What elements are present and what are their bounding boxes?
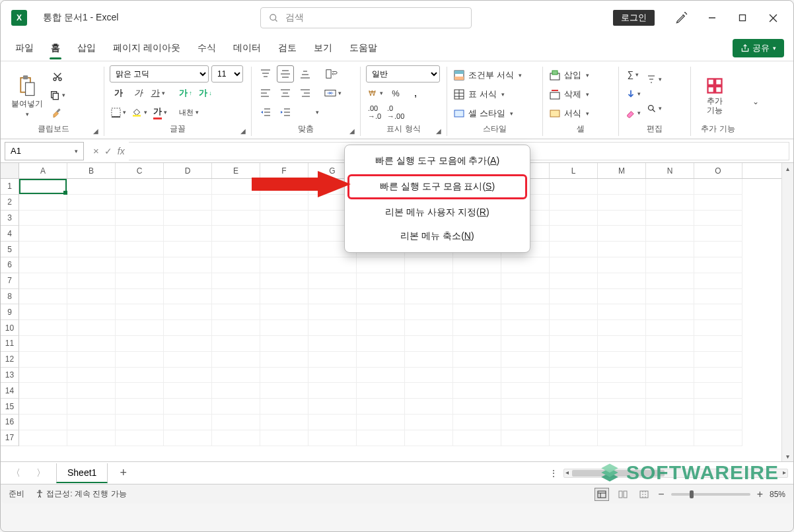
zoom-thumb[interactable] [690, 490, 694, 498]
tab-help[interactable]: 도움말 [343, 37, 384, 59]
font-launcher[interactable]: ◢ [240, 127, 246, 135]
indent-decrease-button[interactable] [257, 104, 274, 121]
border-button[interactable]: ▾ [110, 104, 127, 121]
enter-formula-button[interactable]: ✓ [104, 146, 112, 156]
cell[interactable] [550, 211, 598, 226]
cell[interactable] [405, 304, 453, 320]
cell[interactable] [550, 195, 598, 211]
cell[interactable] [67, 304, 116, 320]
cell[interactable] [501, 430, 550, 446]
cell[interactable] [550, 368, 598, 383]
cell[interactable] [260, 257, 308, 273]
cell[interactable] [646, 242, 694, 257]
cell[interactable] [405, 289, 453, 305]
menu-show-qat[interactable]: 빠른 실행 도구 모음 표시(S) [347, 174, 527, 199]
cell[interactable] [260, 226, 308, 242]
cell[interactable] [308, 383, 357, 399]
tab-review[interactable]: 검토 [271, 37, 303, 59]
align-middle-button[interactable] [277, 65, 294, 83]
italic-button[interactable]: 가 [129, 84, 147, 102]
find-button[interactable]: ▾ [645, 100, 663, 117]
row-header[interactable]: 6 [1, 257, 19, 273]
cell[interactable] [67, 211, 116, 226]
alignment-launcher[interactable]: ◢ [349, 127, 355, 135]
cell[interactable] [67, 195, 116, 211]
cell[interactable] [646, 415, 694, 430]
increase-decimal-button[interactable]: .00→.0 [366, 104, 383, 121]
tab-file[interactable]: 파일 [9, 37, 40, 59]
cell[interactable] [453, 415, 501, 430]
cell[interactable] [116, 289, 164, 305]
share-button[interactable]: 공유 ▾ [733, 39, 784, 57]
menu-customize-ribbon[interactable]: 리본 메뉴 사용자 지정(R) [345, 201, 530, 224]
cell[interactable] [405, 399, 453, 415]
comma-button[interactable]: , [407, 84, 424, 102]
menu-collapse-ribbon[interactable]: 리본 메뉴 축소(N) [345, 224, 530, 248]
cell[interactable] [598, 368, 646, 383]
search-box[interactable]: 검색 [260, 7, 472, 28]
cell[interactable] [212, 289, 260, 305]
conditional-format-button[interactable]: 조건부 서식▾ [452, 67, 537, 84]
cell[interactable] [694, 242, 742, 257]
cell[interactable] [694, 289, 742, 305]
cell[interactable] [67, 242, 116, 257]
row-header[interactable]: 11 [1, 336, 19, 352]
cell[interactable] [116, 242, 164, 257]
cell[interactable] [453, 320, 501, 336]
cell[interactable] [164, 320, 212, 336]
tab-view[interactable]: 보기 [307, 37, 339, 59]
cell[interactable] [67, 399, 116, 415]
cell[interactable] [260, 352, 308, 368]
cell[interactable] [164, 352, 212, 368]
cell[interactable] [550, 289, 598, 305]
ribbon-options-button[interactable]: ⌄ [746, 93, 764, 110]
addins-button[interactable]: 추가 기능 [696, 65, 733, 122]
login-button[interactable]: 로그인 [613, 10, 655, 26]
cell[interactable] [19, 257, 67, 273]
number-launcher[interactable]: ◢ [436, 127, 441, 135]
cell[interactable] [694, 320, 742, 336]
cell[interactable] [260, 242, 308, 257]
cell[interactable] [694, 430, 742, 446]
cell[interactable] [357, 415, 405, 430]
sort-filter-button[interactable]: ▾ [645, 71, 663, 88]
cell[interactable] [19, 320, 67, 336]
cell[interactable] [501, 289, 550, 305]
cell[interactable] [308, 289, 357, 305]
cell[interactable] [116, 226, 164, 242]
cell[interactable] [694, 415, 742, 430]
indent-increase-button[interactable] [277, 104, 294, 121]
align-left-button[interactable] [257, 84, 274, 102]
cell[interactable] [357, 399, 405, 415]
cell[interactable] [405, 273, 453, 289]
column-header[interactable]: C [116, 163, 164, 178]
cell[interactable] [212, 399, 260, 415]
column-header[interactable]: O [694, 163, 742, 178]
tab-insert[interactable]: 삽입 [71, 37, 102, 59]
cell[interactable] [260, 415, 308, 430]
cell[interactable] [405, 383, 453, 399]
cell[interactable] [19, 430, 67, 446]
page-layout-view-button[interactable] [616, 488, 630, 501]
cell[interactable] [694, 257, 742, 273]
cell[interactable] [212, 211, 260, 226]
vertical-scrollbar[interactable]: ▴ ▾ [781, 163, 793, 461]
number-format-combo[interactable]: 일반 [366, 65, 440, 83]
tab-data[interactable]: 데이터 [227, 37, 268, 59]
cell[interactable] [646, 383, 694, 399]
cell[interactable] [550, 383, 598, 399]
cell[interactable] [67, 368, 116, 383]
cell[interactable] [308, 257, 357, 273]
cell[interactable] [646, 195, 694, 211]
cell[interactable] [550, 336, 598, 352]
row-header[interactable]: 12 [1, 352, 19, 368]
normal-view-button[interactable] [595, 488, 609, 501]
cell[interactable] [116, 179, 164, 195]
align-top-button[interactable] [257, 65, 274, 83]
tab-pagelayout[interactable]: 페이지 레이아웃 [106, 37, 187, 59]
cell[interactable] [67, 273, 116, 289]
row-header[interactable]: 5 [1, 242, 19, 257]
column-header[interactable]: L [550, 163, 598, 178]
cell[interactable] [67, 383, 116, 399]
cell[interactable] [19, 179, 67, 195]
